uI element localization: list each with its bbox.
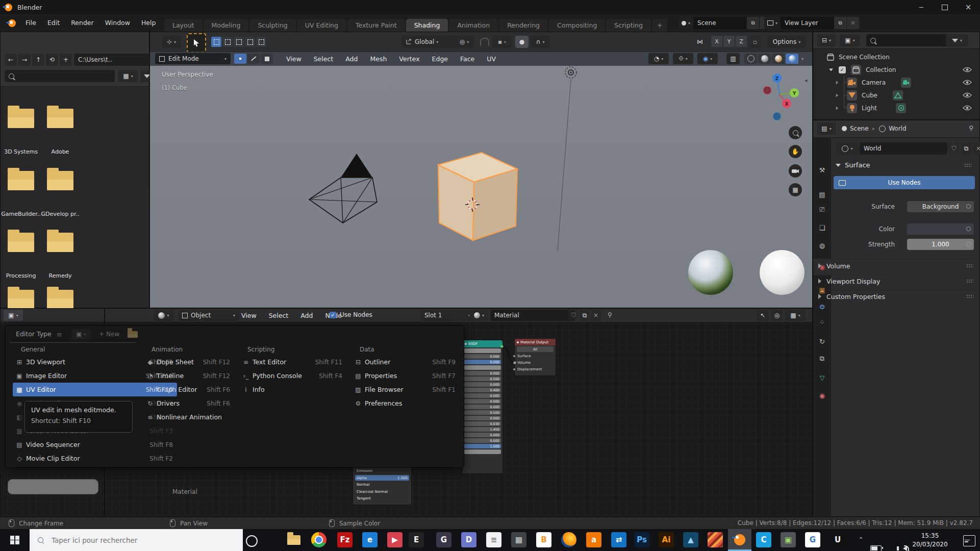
file-search-input[interactable]: [5, 70, 115, 82]
breadcrumb-scene[interactable]: Scene: [850, 125, 869, 132]
folder-icon[interactable]: [8, 109, 34, 128]
properties-tab-data[interactable]: ▽: [813, 369, 831, 386]
workspace-tab-scripting[interactable]: Scripting: [606, 19, 651, 32]
output-row-all[interactable]: All: [517, 346, 554, 352]
menu-item-movie-clip-editor[interactable]: ◇Movie Clip EditorShift F2: [13, 452, 177, 465]
scene-name[interactable]: Scene: [693, 17, 746, 29]
pan-view-button[interactable]: ✋: [789, 145, 802, 158]
bsdf-socket-row[interactable]: 0.030: [464, 421, 501, 426]
menu-item-info[interactable]: iInfo: [239, 383, 346, 396]
shader-editor-type-button[interactable]: ▾: [154, 310, 174, 321]
workspace-tab-rendering[interactable]: Rendering: [499, 19, 548, 32]
taskbar-app-filezilla[interactable]: Fz: [337, 532, 353, 547]
view-layer-selector[interactable]: ▾ View Layer ⧉ ×: [764, 17, 859, 29]
menubar-item-file[interactable]: File: [20, 14, 42, 32]
view-layer-name[interactable]: View Layer: [781, 17, 834, 29]
bsdf-row-clearcoat-normal[interactable]: Clearcoat Normal: [355, 489, 409, 494]
folder-icon[interactable]: [8, 171, 34, 190]
menu-item-python-console[interactable]: ›_Python ConsoleShift F4: [239, 369, 346, 383]
viewport-menu-vertex[interactable]: Vertex: [393, 55, 425, 63]
pivot-point-dropdown[interactable]: ◎▾: [455, 36, 474, 48]
taskbar-app-blender[interactable]: [732, 532, 747, 547]
fake-user-shield-button[interactable]: ⛉: [948, 142, 960, 155]
object-visibility-dropdown[interactable]: ◔▾: [648, 53, 669, 64]
visibility-eye-icon[interactable]: [963, 105, 972, 111]
outliner-row-light[interactable]: Light: [813, 102, 979, 114]
menu-item-outliner[interactable]: ⊟OutlinerShift F9: [351, 355, 460, 369]
workspace-tab-animation[interactable]: Animation: [449, 19, 498, 32]
bsdf-socket-row[interactable]: 0.000: [464, 360, 501, 364]
outliner-row-collection[interactable]: ✓Collection: [813, 63, 979, 76]
notification-center-icon[interactable]: [963, 535, 975, 546]
properties-tab-physics[interactable]: ↻: [813, 333, 831, 349]
copy-datablock-button[interactable]: ⧉: [961, 142, 972, 155]
viewport-menu-view[interactable]: View: [280, 55, 308, 63]
image-editor-scroll-widget[interactable]: [8, 479, 98, 494]
use-nodes-button[interactable]: Use Nodes: [834, 176, 975, 189]
pin-icon[interactable]: ⚲: [969, 124, 973, 132]
mesh-select-edge[interactable]: [247, 54, 260, 64]
taskbar-app-calculator[interactable]: ▦: [511, 532, 526, 547]
menubar-item-window[interactable]: Window: [99, 14, 136, 32]
view-layer-remove-button[interactable]: ×: [846, 17, 859, 29]
output-node-header[interactable]: Material Output: [515, 339, 556, 345]
mesh-select-face[interactable]: [261, 54, 273, 64]
taskbar-app-illustrator[interactable]: Ai: [659, 532, 674, 547]
bsdf-socket-row[interactable]: 0.000: [464, 399, 501, 404]
viewport-menu-select[interactable]: Select: [308, 55, 340, 63]
properties-tab-output[interactable]: ⎚: [813, 202, 831, 218]
bsdf-socket-row[interactable]: 0.000: [464, 416, 501, 420]
mirror-axis-x[interactable]: X: [711, 36, 722, 47]
animate-dot[interactable]: [966, 227, 971, 231]
bsdf-socket-row[interactable]: 0.000: [464, 371, 501, 375]
collection-checkbox[interactable]: ✓: [839, 66, 846, 73]
proportional-editing-toggle[interactable]: ●: [515, 36, 529, 48]
bsdf-socket-row[interactable]: 0.000: [464, 393, 501, 398]
bsdf-socket-row[interactable]: 0.000: [464, 438, 501, 443]
taskbar-app-epic-games[interactable]: E: [409, 532, 424, 547]
options-dropdown[interactable]: Options▾: [767, 36, 806, 48]
image-editor-type-button[interactable]: ▣▾: [4, 310, 23, 321]
cube-object[interactable]: [432, 147, 526, 249]
menu-item-nonlinear-animation[interactable]: ≡Nonlinear Animation: [143, 410, 234, 424]
viewport-menu-edge[interactable]: Edge: [426, 55, 454, 63]
close-button[interactable]: ×: [957, 0, 980, 14]
battery-icon[interactable]: [870, 545, 882, 551]
outliner-search-input[interactable]: [866, 34, 950, 46]
search-input[interactable]: [51, 536, 226, 545]
material-name-field[interactable]: Material: [490, 310, 575, 321]
workspace-tab-modeling[interactable]: Modeling: [204, 19, 249, 32]
bsdf-socket-row[interactable]: 0.000: [464, 433, 501, 437]
nav-forward-button[interactable]: →: [18, 54, 31, 66]
properties-tab-material[interactable]: ◉: [813, 387, 831, 404]
use-nodes-checkbox[interactable]: ✓ Use Nodes: [330, 311, 372, 318]
active-tool-select-box[interactable]: [187, 33, 206, 53]
taskbar-app-window-app[interactable]: ▣: [781, 532, 796, 547]
mesh-select-vertex[interactable]: [234, 54, 246, 64]
bsdf-node-bottom-fragment[interactable]: EmissionAlpha1.000NormalClearcoat Normal…: [353, 466, 412, 505]
outliner-display-mode-dropdown[interactable]: ▣▾: [840, 34, 860, 46]
field-color[interactable]: [907, 223, 974, 235]
volume-icon[interactable]: [903, 546, 907, 551]
workspace-tab-shading[interactable]: Shading: [406, 19, 448, 32]
folder-icon[interactable]: [47, 290, 73, 309]
bsdf-socket-row[interactable]: 0.400: [464, 388, 501, 392]
scene-selector[interactable]: ▾ Scene ⧉ ×: [679, 17, 772, 29]
properties-tab-tool[interactable]: ⚒: [813, 162, 831, 178]
bsdf-socket-row[interactable]: 0.500: [464, 377, 501, 381]
slot-dropdown[interactable]: Slot 1▾: [420, 310, 474, 321]
output-row-surface[interactable]: Surface: [517, 353, 554, 359]
view-layer-copy-button[interactable]: ⧉: [834, 17, 846, 29]
breadcrumb-world[interactable]: World: [889, 125, 906, 132]
taskbar-app-g-app[interactable]: G: [805, 532, 820, 547]
ortho-toggle-button[interactable]: ▦: [789, 183, 802, 196]
taskbar-app-audio-app[interactable]: a: [586, 532, 601, 547]
bsdf-node-header[interactable]: BSDF: [463, 340, 502, 347]
folder-icon[interactable]: [47, 109, 73, 128]
taskbar-app-media-app[interactable]: ▶: [387, 532, 403, 547]
menubar-item-render[interactable]: Render: [65, 14, 99, 32]
taskbar-app-clip-app[interactable]: C: [756, 532, 771, 547]
camera-view-button[interactable]: [789, 164, 802, 178]
blender-app-menu-icon[interactable]: [8, 19, 16, 27]
taskbar-app-game-app[interactable]: D: [461, 532, 476, 547]
